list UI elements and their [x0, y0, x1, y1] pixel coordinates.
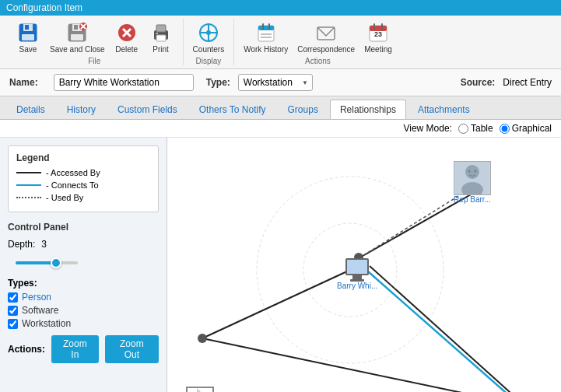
tab-others-to-notify[interactable]: Others To Notify [189, 100, 276, 119]
svg-rect-3 [25, 25, 29, 30]
toolbar-group-file: Save Save and Close [6, 19, 184, 65]
delete-button[interactable]: Delete [111, 19, 142, 55]
checkbox-workstation: Workstation [8, 318, 159, 329]
node-email-soft[interactable]: Email Soft... [179, 387, 221, 392]
svg-line-38 [370, 266, 525, 392]
tab-history[interactable]: History [57, 100, 106, 119]
correspondence-icon [314, 20, 338, 45]
save-button[interactable]: Save [12, 19, 44, 55]
depth-slider[interactable] [16, 256, 78, 270]
counters-icon [196, 20, 221, 45]
tab-groups[interactable]: Groups [278, 100, 328, 119]
depth-row: Depth: 3 [8, 239, 159, 250]
type-section: Type: Workstation Server Laptop Desktop [206, 74, 313, 91]
tabs-bar: Details History Custom Fields Others To … [0, 96, 561, 120]
legend-item-used-by: - Used By [16, 193, 150, 202]
checkbox-software-input[interactable] [8, 306, 18, 316]
dot-node-1 [198, 334, 207, 343]
source-label: Source: [461, 77, 496, 88]
print-button[interactable]: Print [146, 19, 177, 55]
legend-item-connects-to: - Connects To [16, 180, 150, 190]
toolbar-group-actions: Work History Correspondence 23 [234, 19, 401, 65]
save-close-icon [65, 20, 89, 45]
control-panel-title: Control Panel [8, 222, 159, 233]
control-panel: Control Panel Depth: 3 Types: Person Sof… [8, 222, 159, 363]
depth-label: Depth: [8, 239, 35, 250]
tab-details[interactable]: Details [6, 100, 55, 119]
title-bar: Configuration Item [0, 0, 561, 16]
type-label: Type: [206, 77, 230, 88]
toolbar: Save Save and Close [0, 16, 561, 69]
name-input[interactable] [54, 74, 194, 91]
tab-attachments[interactable]: Attachments [408, 100, 480, 119]
display-buttons: Counters [190, 19, 228, 55]
source-value: Direct Entry [503, 77, 552, 88]
file-buttons: Save Save and Close [12, 19, 177, 55]
counters-label: Counters [193, 45, 225, 54]
title-bar-label: Configuration Item [6, 2, 82, 13]
type-select[interactable]: Workstation Server Laptop Desktop [238, 74, 313, 91]
svg-rect-23 [258, 26, 274, 30]
doc-corner [197, 388, 212, 392]
types-section: Types: Person Software Workstation [8, 278, 159, 329]
type-select-wrapper: Workstation Server Laptop Desktop [238, 74, 313, 91]
name-label: Name: [9, 77, 38, 88]
email-soft-doc-icon [186, 387, 214, 392]
tab-relationships[interactable]: Relationships [330, 100, 406, 119]
zoom-in-button[interactable]: Zoom In [51, 335, 99, 363]
legend-title: Legend [16, 152, 150, 163]
rep-barr-label: Rep Barr... [454, 195, 491, 204]
svg-line-39 [202, 338, 525, 392]
toolbar-group-display: Counters Display [184, 19, 235, 65]
svg-line-42 [368, 271, 524, 392]
view-mode-label: View Mode: [403, 123, 451, 134]
barry-monitor-screen [345, 258, 369, 275]
node-rep-barr[interactable]: Rep Barr... [454, 161, 491, 204]
graph-area: Barry Whi... Rep Barr... [167, 138, 561, 392]
view-mode-graphical-radio[interactable] [500, 124, 510, 134]
svg-text:23: 23 [374, 30, 382, 38]
actions-label: Actions: [8, 344, 45, 355]
display-group-label: Display [196, 57, 222, 65]
actions-group-label: Actions [305, 57, 331, 65]
checkbox-workstation-label: Workstation [22, 318, 71, 329]
svg-point-21 [206, 30, 211, 35]
view-mode-table-label[interactable]: Table [458, 123, 493, 134]
legend-label-connects-to: - Connects To [46, 180, 99, 190]
meeting-label: Meeting [364, 45, 392, 54]
tab-custom-fields[interactable]: Custom Fields [107, 100, 188, 119]
save-label: Save [19, 45, 37, 54]
rep-barr-avatar [454, 161, 491, 195]
view-mode-graphical-label[interactable]: Graphical [500, 123, 552, 134]
svg-rect-6 [71, 34, 83, 40]
checkbox-workstation-input[interactable] [8, 319, 18, 329]
svg-rect-16 [156, 35, 166, 41]
save-icon [16, 20, 40, 45]
source-section: Source: Direct Entry [461, 77, 552, 88]
node-barry[interactable]: Barry Whi... [337, 258, 377, 290]
correspondence-button[interactable]: Correspondence [294, 19, 358, 55]
work-history-label: Work History [244, 45, 288, 54]
meeting-button[interactable]: 23 Meeting [361, 19, 395, 55]
depth-value: 3 [41, 239, 47, 250]
legend-label-used-by: - Used By [46, 193, 83, 202]
checkbox-software-label: Software [22, 305, 58, 316]
barry-monitor-icon [345, 258, 369, 282]
legend-line-solid [16, 172, 41, 173]
delete-label: Delete [115, 45, 138, 54]
checkbox-person-input[interactable] [8, 292, 18, 303]
save-close-button[interactable]: Save and Close [47, 19, 108, 55]
content-area: Legend - Accessed By - Connects To - Use… [0, 138, 561, 392]
svg-line-36 [202, 266, 359, 338]
counters-button[interactable]: Counters [190, 19, 228, 55]
view-mode-bar: View Mode: Table Graphical [0, 120, 561, 138]
view-mode-table-radio[interactable] [458, 124, 468, 134]
left-panel: Legend - Accessed By - Connects To - Use… [0, 138, 167, 392]
print-label: Print [153, 45, 169, 54]
legend-label-accessed-by: - Accessed By [46, 168, 100, 177]
svg-rect-2 [22, 34, 34, 40]
checkbox-software: Software [8, 305, 159, 316]
zoom-out-button[interactable]: Zoom Out [105, 335, 159, 363]
file-group-label: File [88, 57, 100, 65]
work-history-button[interactable]: Work History [240, 19, 291, 55]
